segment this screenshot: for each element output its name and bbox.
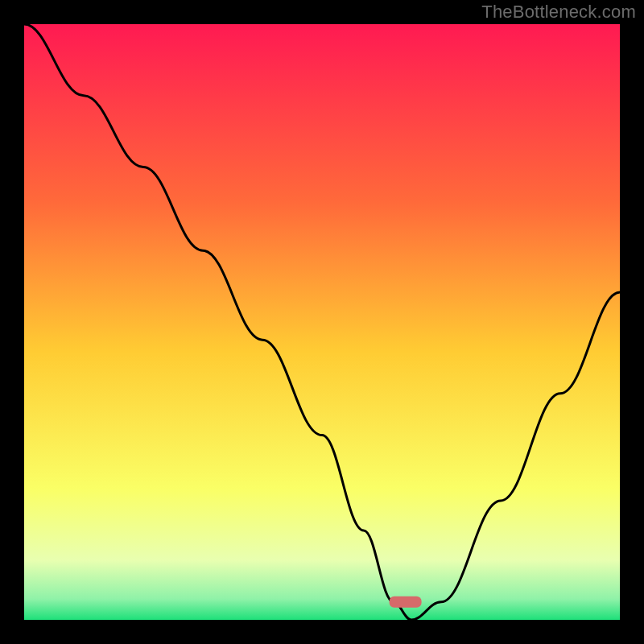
optimal-marker (390, 597, 422, 608)
chart-background (24, 24, 620, 620)
chart-container: TheBottleneck.com (0, 0, 644, 644)
bottleneck-chart (24, 24, 620, 620)
watermark-label: TheBottleneck.com (481, 2, 636, 23)
